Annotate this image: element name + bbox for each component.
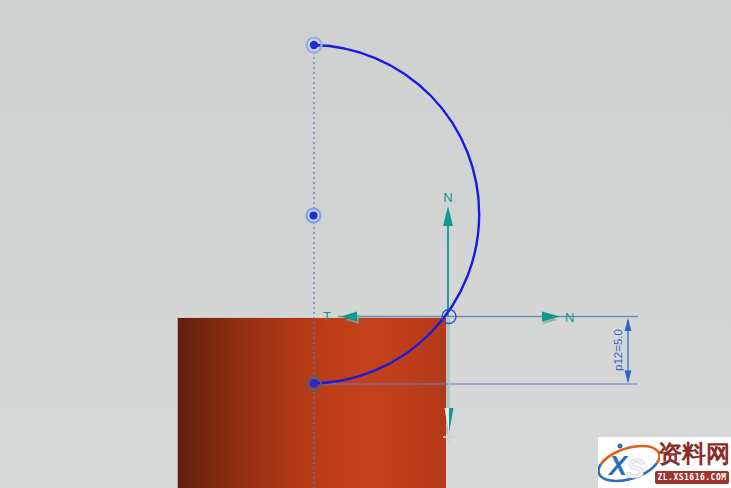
- sketch-overlay: T N N p12=5.0: [0, 0, 731, 488]
- normal-axis-label-right: N: [565, 310, 574, 325]
- watermark: X S 资料网 ZL.XS1616.COM: [598, 437, 731, 488]
- vertical-axis-arrow-up-icon[interactable]: [443, 206, 453, 226]
- watermark-site-name: 资料网: [657, 439, 731, 470]
- dimension-arrow-up-icon: [625, 318, 632, 331]
- arc-bottom-point[interactable]: [310, 379, 319, 388]
- normal-axis-label-top: N: [443, 190, 452, 205]
- tangent-axis-label: T: [323, 309, 331, 324]
- sketch-arc[interactable]: [314, 45, 479, 384]
- cad-viewport: T N N p12=5.0: [0, 0, 731, 488]
- dimension-value-label[interactable]: p12=5.0: [612, 329, 624, 371]
- down-arrow-right-half-icon[interactable]: [449, 408, 454, 433]
- arc-top-point[interactable]: [310, 41, 318, 49]
- logo-dot-icon: [618, 444, 623, 449]
- arc-center-point[interactable]: [310, 212, 318, 220]
- dimension-arrow-down-icon: [625, 371, 632, 384]
- logo-letter-s: S: [626, 453, 645, 484]
- watermark-site-url: ZL.XS1616.COM: [655, 471, 729, 484]
- watermark-logo: X S: [598, 439, 660, 487]
